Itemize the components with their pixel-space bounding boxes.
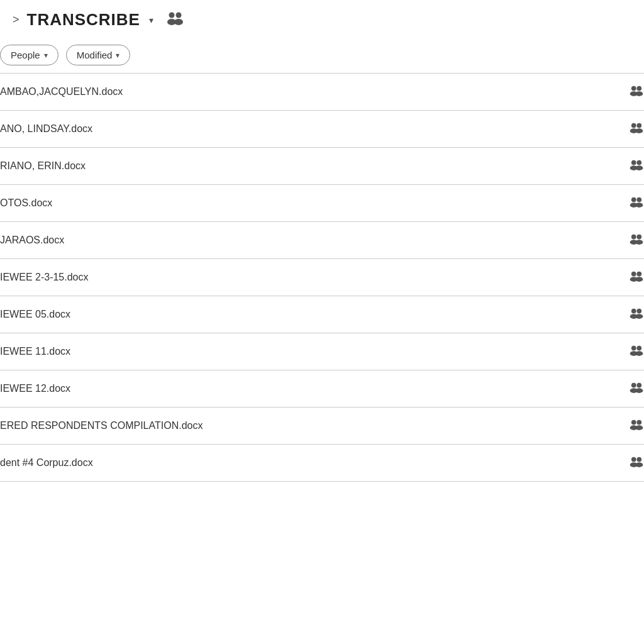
svg-point-3 <box>174 19 183 25</box>
svg-point-31 <box>635 314 643 319</box>
modified-filter-button[interactable]: Modified ▾ <box>66 45 131 65</box>
people-filter-dropdown-icon: ▾ <box>44 51 48 60</box>
svg-point-18 <box>636 197 641 203</box>
list-item[interactable]: IEWEE 05.docx <box>0 296 644 333</box>
svg-point-43 <box>635 425 643 430</box>
svg-point-15 <box>635 165 643 170</box>
file-list: AMBAO,JACQUELYN.docx ANO, LINDSAY.docx R… <box>0 73 644 482</box>
svg-point-44 <box>631 457 636 462</box>
list-item[interactable]: dent #4 Corpuz.docx <box>0 445 644 482</box>
file-name: OTOS.docx <box>0 197 623 209</box>
svg-point-20 <box>631 235 636 240</box>
list-item[interactable]: RIANO, ERIN.docx <box>0 148 644 185</box>
svg-point-0 <box>169 12 174 18</box>
svg-point-32 <box>631 346 636 351</box>
people-icon[interactable] <box>166 11 184 29</box>
svg-point-11 <box>635 128 643 133</box>
shared-icon <box>629 270 644 284</box>
svg-point-38 <box>636 383 641 388</box>
file-name: IEWEE 05.docx <box>0 309 623 320</box>
svg-point-4 <box>631 86 636 91</box>
modified-filter-label: Modified <box>77 50 113 60</box>
file-name: IEWEE 11.docx <box>0 346 623 357</box>
shared-icon <box>629 122 644 136</box>
file-name: RIANO, ERIN.docx <box>0 160 623 172</box>
svg-point-12 <box>631 160 636 165</box>
svg-point-16 <box>631 197 636 203</box>
file-name: JARAOS.docx <box>0 235 623 246</box>
shared-icon <box>629 159 644 173</box>
list-item[interactable]: IEWEE 11.docx <box>0 333 644 370</box>
file-name: ANO, LINDSAY.docx <box>0 123 623 135</box>
svg-point-10 <box>636 123 641 128</box>
svg-point-26 <box>636 272 641 277</box>
svg-point-36 <box>631 383 636 388</box>
filter-bar: People ▾ Modified ▾ <box>0 40 644 73</box>
shared-icon <box>629 196 644 210</box>
svg-point-30 <box>636 309 641 314</box>
list-item[interactable]: ANO, LINDSAY.docx <box>0 111 644 148</box>
svg-point-46 <box>636 457 641 462</box>
app-header: > TRANSCRIBE ▾ <box>0 0 644 40</box>
shared-icon <box>629 382 644 396</box>
svg-point-7 <box>635 91 643 96</box>
shared-icon <box>629 456 644 470</box>
file-name: IEWEE 12.docx <box>0 383 623 394</box>
svg-point-35 <box>635 351 643 356</box>
list-item[interactable]: IEWEE 12.docx <box>0 370 644 408</box>
file-name: ERED RESPONDENTS COMPILATION.docx <box>0 420 623 431</box>
file-name: dent #4 Corpuz.docx <box>0 457 623 469</box>
shared-icon <box>629 85 644 99</box>
svg-point-42 <box>636 420 641 425</box>
svg-point-24 <box>631 272 636 277</box>
svg-point-22 <box>636 235 641 240</box>
nav-chevron-icon[interactable]: > <box>13 13 19 26</box>
list-item[interactable]: JARAOS.docx <box>0 222 644 259</box>
file-name: AMBAO,JACQUELYN.docx <box>0 86 623 97</box>
file-name: IEWEE 2-3-15.docx <box>0 272 623 283</box>
modified-filter-dropdown-icon: ▾ <box>116 51 119 60</box>
svg-point-47 <box>635 462 643 467</box>
shared-icon <box>629 308 644 321</box>
svg-point-27 <box>635 277 643 282</box>
svg-point-6 <box>636 86 641 91</box>
svg-point-34 <box>636 346 641 351</box>
shared-icon <box>629 345 644 358</box>
list-item[interactable]: AMBAO,JACQUELYN.docx <box>0 73 644 111</box>
app-title: TRANSCRIBE <box>27 10 140 30</box>
shared-icon <box>629 419 644 433</box>
list-item[interactable]: IEWEE 2-3-15.docx <box>0 259 644 296</box>
list-item[interactable]: ERED RESPONDENTS COMPILATION.docx <box>0 408 644 445</box>
svg-point-39 <box>635 388 643 393</box>
svg-point-14 <box>636 160 641 165</box>
svg-point-8 <box>631 123 636 128</box>
title-dropdown-icon[interactable]: ▾ <box>149 15 153 25</box>
svg-point-19 <box>635 203 643 208</box>
people-filter-button[interactable]: People ▾ <box>0 45 58 65</box>
svg-point-2 <box>175 12 181 18</box>
svg-point-40 <box>631 420 636 425</box>
svg-point-23 <box>635 240 643 245</box>
people-filter-label: People <box>11 50 40 60</box>
list-item[interactable]: OTOS.docx <box>0 185 644 222</box>
svg-point-28 <box>631 309 636 314</box>
shared-icon <box>629 233 644 247</box>
